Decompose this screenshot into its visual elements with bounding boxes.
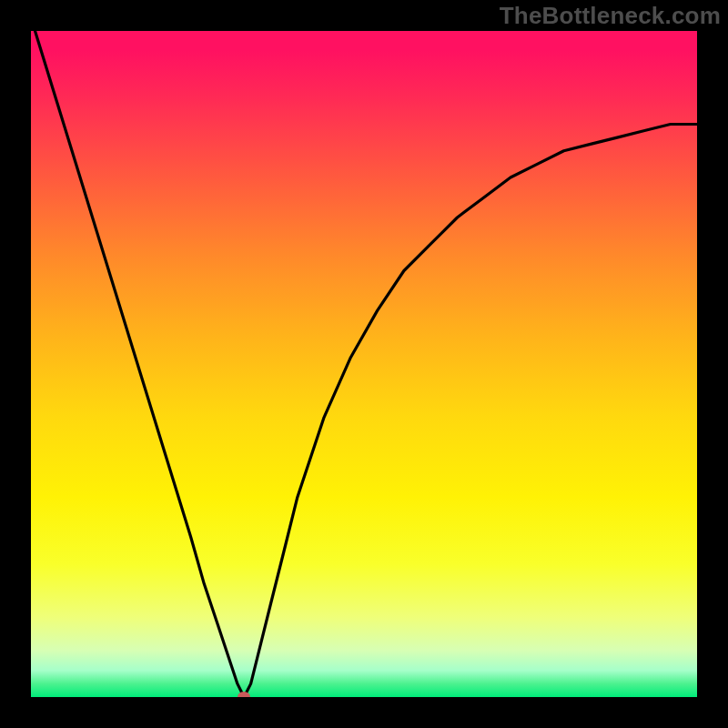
chart-frame: TheBottleneck.com [0, 0, 728, 728]
watermark-text: TheBottleneck.com [500, 2, 721, 30]
plot-area [31, 31, 697, 697]
optimal-marker [238, 692, 250, 697]
bottleneck-curve [31, 31, 697, 697]
